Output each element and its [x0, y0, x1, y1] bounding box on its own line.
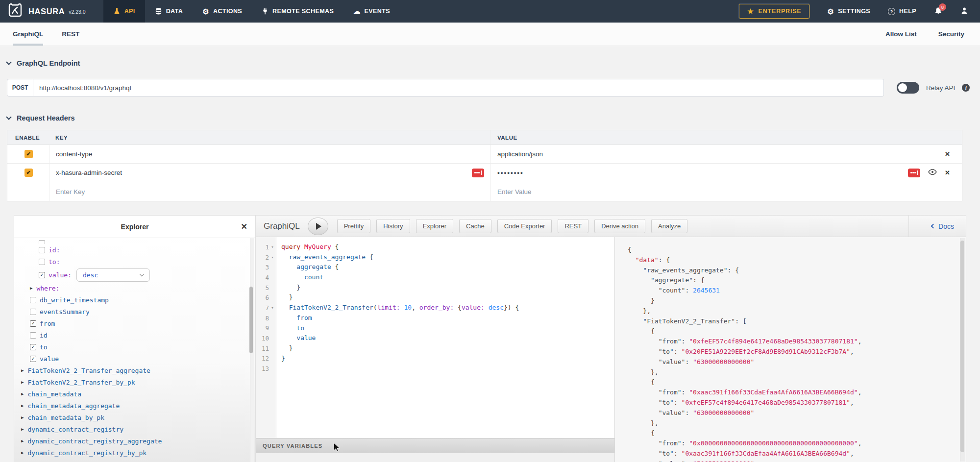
- code-area[interactable]: 1▾2▾34567▾8910111213 query MyQuery { raw…: [256, 237, 614, 438]
- explorer-item[interactable]: ▶FiatTokenV2_2_Transfer_by_pk: [14, 376, 255, 388]
- remove-header-icon[interactable]: [945, 150, 950, 158]
- header-enabled-checkbox[interactable]: [24, 169, 33, 177]
- expand-arrow-icon[interactable]: ▶: [21, 391, 24, 396]
- close-explorer-icon[interactable]: [241, 222, 247, 231]
- info-icon[interactable]: [962, 84, 970, 92]
- new-header-key-input[interactable]: Enter Key: [56, 188, 85, 195]
- explorer-item[interactable]: ▶chain_metadata_aggregate: [14, 400, 255, 412]
- nav-tab-actions[interactable]: ⚙ ACTIONS: [193, 0, 252, 23]
- reveal-eye-icon[interactable]: [928, 169, 937, 176]
- allow-list-link[interactable]: Allow List: [885, 30, 917, 38]
- expand-arrow-icon[interactable]: ▶: [30, 286, 32, 291]
- expand-arrow-icon[interactable]: ▶: [21, 438, 24, 443]
- expand-arrow-icon[interactable]: ▶: [21, 403, 24, 408]
- field-checkbox[interactable]: ✓: [30, 320, 36, 327]
- explorer-item[interactable]: ▶dynamic_contract_registry_by_pk: [14, 447, 255, 459]
- explorer-item[interactable]: ▶chain_metadata_by_pk: [14, 412, 255, 423]
- explorer-item[interactable]: ✓value:desc: [14, 267, 255, 282]
- collapse-chevron-icon[interactable]: [6, 114, 11, 120]
- toolbar-button-analyze[interactable]: Analyze: [651, 219, 687, 233]
- query-editor[interactable]: 1▾2▾34567▾8910111213 query MyQuery { raw…: [256, 237, 614, 462]
- header-value-masked[interactable]: ••••••••: [497, 169, 524, 176]
- request-headers-table: ENABLE KEY VALUE content-type applicatio…: [7, 130, 962, 201]
- header-enabled-checkbox[interactable]: [24, 150, 33, 158]
- field-checkbox[interactable]: [30, 297, 36, 303]
- docs-link[interactable]: Docs: [908, 216, 966, 237]
- security-link[interactable]: Security: [938, 30, 964, 38]
- remove-header-icon[interactable]: [945, 169, 950, 176]
- explorer-item[interactable]: ▶dynamic_contract_registry_aggregate: [14, 435, 255, 447]
- collapse-chevron-icon[interactable]: [6, 59, 11, 65]
- hasura-logo-icon[interactable]: [7, 2, 24, 21]
- help-button[interactable]: ? HELP: [888, 8, 916, 15]
- scrollbar-thumb[interactable]: [249, 287, 253, 353]
- explorer-item[interactable]: id:: [14, 244, 255, 256]
- toolbar-button-explorer[interactable]: Explorer: [416, 219, 453, 233]
- scrollbar-thumb[interactable]: [960, 241, 964, 452]
- settings-button[interactable]: ⚙ SETTINGS: [827, 8, 870, 15]
- explorer-item[interactable]: db_write_timestamp: [14, 294, 255, 306]
- expand-arrow-icon[interactable]: ▶: [21, 380, 24, 385]
- fold-arrow-icon[interactable]: ▾: [269, 244, 276, 249]
- field-checkbox[interactable]: ✓: [39, 272, 45, 278]
- field-checkbox[interactable]: [30, 332, 36, 339]
- field-checkbox[interactable]: [30, 309, 36, 315]
- code-line: }: [281, 343, 614, 354]
- nav-tab-data[interactable]: DATA: [145, 0, 193, 23]
- explorer-item[interactable]: [14, 240, 255, 244]
- header-key[interactable]: content-type: [56, 150, 92, 158]
- settings-label: SETTINGS: [838, 8, 870, 15]
- tab-rest[interactable]: REST: [62, 23, 79, 46]
- header-key[interactable]: x-hasura-admin-secret: [56, 169, 122, 176]
- nav-tab-events[interactable]: ☁ EVENTS: [343, 0, 400, 23]
- nav-tab-remote-schemas[interactable]: REMOTE SCHEMAS: [252, 0, 343, 23]
- user-menu-button[interactable]: [960, 7, 968, 16]
- toolbar-button-prettify[interactable]: Prettify: [337, 219, 370, 233]
- nav-tab-api[interactable]: API: [103, 0, 145, 23]
- toolbar-button-history[interactable]: History: [376, 219, 410, 233]
- explorer-item[interactable]: to:: [14, 256, 255, 267]
- toolbar-button-derive-action[interactable]: Derive action: [594, 219, 645, 233]
- field-checkbox[interactable]: [39, 247, 45, 253]
- query-variables-editor[interactable]: [256, 453, 614, 462]
- explorer-item[interactable]: ✓to: [14, 341, 255, 353]
- masked-badge-icon[interactable]: [908, 169, 920, 177]
- notifications-button[interactable]: 8: [934, 7, 943, 15]
- expand-arrow-icon[interactable]: ▶: [21, 427, 24, 432]
- fold-arrow-icon[interactable]: ▾: [269, 255, 276, 260]
- results-scrollbar[interactable]: [960, 238, 965, 462]
- explorer-item[interactable]: id: [14, 329, 255, 341]
- field-checkbox[interactable]: ✓: [30, 344, 36, 350]
- query-variables-bar[interactable]: QUERY VARIABLES: [256, 438, 614, 453]
- enterprise-button[interactable]: ★ ENTERPRISE: [739, 4, 809, 19]
- explorer-item[interactable]: ▶dynamic_contract_registry: [14, 423, 255, 435]
- explorer-item[interactable]: ✓from: [14, 317, 255, 329]
- explorer-item[interactable]: ▶chain_metadata: [14, 388, 255, 400]
- fold-arrow-icon[interactable]: ▾: [269, 305, 276, 310]
- explorer-scrollbar[interactable]: [250, 238, 254, 462]
- execute-query-button[interactable]: [308, 218, 328, 235]
- toolbar-button-code-exporter[interactable]: Code Exporter: [497, 219, 552, 233]
- endpoint-url-input[interactable]: [33, 79, 884, 97]
- masked-badge-icon[interactable]: [472, 169, 484, 177]
- tab-graphiql[interactable]: GraphiQL: [13, 23, 43, 46]
- expand-arrow-icon[interactable]: ▶: [21, 450, 24, 455]
- graphql-endpoint-section-header[interactable]: GraphQL Endpoint: [7, 59, 973, 67]
- explorer-item[interactable]: eventsSummary: [14, 306, 255, 317]
- explorer-item[interactable]: ▶FiatTokenV2_2_Transfer_aggregate: [14, 365, 255, 376]
- field-checkbox[interactable]: ✓: [30, 356, 36, 362]
- relay-api-toggle[interactable]: [897, 82, 919, 94]
- header-value[interactable]: application/json: [497, 150, 543, 158]
- new-header-value-input[interactable]: Enter Value: [497, 188, 532, 195]
- explorer-item[interactable]: ✓value: [14, 353, 255, 365]
- request-headers-section-header[interactable]: Request Headers: [7, 114, 973, 122]
- field-checkbox[interactable]: [39, 240, 45, 244]
- toolbar-button-rest[interactable]: REST: [558, 219, 588, 233]
- field-checkbox[interactable]: [39, 259, 45, 265]
- explorer-item[interactable]: ▶where:: [14, 282, 255, 294]
- expand-arrow-icon[interactable]: ▶: [21, 368, 24, 373]
- sort-direction-dropdown[interactable]: desc: [76, 268, 150, 282]
- query-code[interactable]: query MyQuery { raw_events_aggregate { a…: [276, 237, 614, 438]
- toolbar-button-cache[interactable]: Cache: [459, 219, 491, 233]
- expand-arrow-icon[interactable]: ▶: [21, 415, 24, 420]
